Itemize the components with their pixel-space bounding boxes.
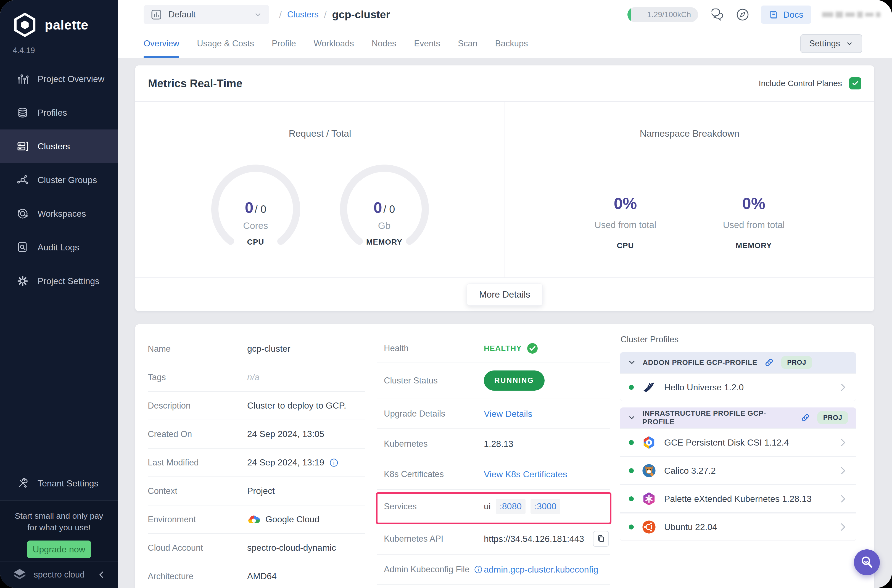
profile-item-gce-disk[interactable]: GCE Persistent Disk CSI 1.12.4: [620, 428, 856, 456]
cluster-info-column: Name gcp-cluster Tags n/a Description Cl…: [148, 335, 365, 588]
user-menu[interactable]: [822, 12, 880, 18]
profile-item-ubuntu[interactable]: Ubuntu 22.04: [620, 512, 856, 540]
brand-name: palette: [45, 17, 89, 33]
hello-universe-icon: [641, 380, 656, 395]
cpu-gauge: 0 / 0 Cores CPU: [210, 163, 302, 255]
info-row-cloud-account: Cloud Account spectro-cloud-dynamic: [148, 534, 365, 562]
top-bar: Default / Clusters / gcp-cluster 1.29/10…: [118, 0, 892, 29]
usage-meter-fill: [628, 7, 631, 22]
help-compass-icon[interactable]: [735, 7, 750, 22]
status-row-upgrade: Upgrade Details View Details: [377, 399, 610, 429]
status-row-services: Services ui :8080 :3000: [377, 490, 610, 524]
addon-profile-header[interactable]: ADDON PROFILE GCP-PROFILE PROJ: [620, 352, 856, 373]
tab-profile[interactable]: Profile: [272, 29, 296, 58]
tab-events[interactable]: Events: [414, 29, 440, 58]
service-name: ui: [484, 501, 491, 512]
profile-item-pxk[interactable]: Palette eXtended Kubernetes 1.28.13: [620, 484, 856, 512]
cluster-profiles-column: Cluster Profiles ADDON PROFILE GCP-PROFI…: [620, 331, 856, 547]
info-row-context: Context Project: [148, 477, 365, 506]
layers-icon: [16, 106, 29, 119]
search-fab-button[interactable]: [854, 549, 880, 575]
upgrade-now-button[interactable]: Upgrade now: [27, 540, 91, 558]
service-port-3000-link[interactable]: :3000: [530, 499, 560, 514]
health-status-badge: HEALTHY: [484, 343, 538, 354]
sidebar-item-cluster-groups[interactable]: Cluster Groups: [0, 163, 118, 197]
info-row-modified: Last Modified 24 Sep 2024, 13:19: [148, 448, 365, 477]
sidebar-item-clusters[interactable]: Clusters: [0, 129, 118, 163]
cluster-details-card: Name gcp-cluster Tags n/a Description Cl…: [135, 324, 874, 588]
tab-nodes[interactable]: Nodes: [372, 29, 396, 58]
metrics-header: Metrics Real-Time Include Control Planes: [135, 65, 874, 102]
sidebar-item-project-settings[interactable]: Project Settings: [0, 264, 118, 298]
project-overview-icon: [16, 73, 29, 85]
request-total-panel: Request / Total 0 / 0 Cores: [135, 102, 505, 278]
chat-icon[interactable]: [709, 7, 724, 22]
project-selector-value: Default: [168, 10, 195, 20]
view-details-link[interactable]: View Details: [484, 409, 532, 419]
upgrade-promo: Start small and only pay for what you us…: [0, 500, 118, 561]
profile-item-hello-universe[interactable]: Hello Universe 1.2.0: [620, 373, 856, 401]
sidebar-item-audit-logs[interactable]: Audit Logs: [0, 231, 118, 264]
status-dot: [629, 468, 634, 473]
profile-item-calico[interactable]: Calico 3.27.2: [620, 456, 856, 484]
tab-usage-costs[interactable]: Usage & Costs: [197, 29, 254, 58]
addon-profile-group: ADDON PROFILE GCP-PROFILE PROJ Hello Uni…: [620, 352, 856, 401]
chevron-down-icon: [628, 358, 636, 367]
sidebar: palette 4.4.19 Project Overview Profiles: [0, 0, 118, 588]
memory-gauge-label: MEMORY: [339, 238, 430, 246]
info-icon[interactable]: [329, 458, 339, 467]
settings-button[interactable]: Settings: [800, 34, 862, 53]
breadcrumb-clusters-link[interactable]: Clusters: [287, 10, 319, 20]
collapse-sidebar-icon[interactable]: [98, 571, 106, 579]
tools-icon: [16, 477, 29, 489]
info-row-name: Name gcp-cluster: [148, 335, 365, 363]
sidebar-item-tenant-settings[interactable]: Tenant Settings: [0, 466, 118, 500]
check-icon: [851, 80, 859, 87]
tab-backups[interactable]: Backups: [495, 29, 528, 58]
infrastructure-profile-header[interactable]: INFRASTRUCTURE PROFILE GCP-PROFILE PROJ: [620, 408, 856, 428]
app-window: palette 4.4.19 Project Overview Profiles: [0, 0, 892, 588]
status-row-kubernetes: Kubernetes 1.28.13: [377, 429, 610, 459]
sidebar-item-workspaces[interactable]: Workspaces: [0, 197, 118, 231]
gear-icon: [16, 275, 29, 287]
info-row-created: Created On 24 Sep 2024, 13:05: [148, 420, 365, 448]
cluster-profiles-title: Cluster Profiles: [620, 334, 856, 345]
sidebar-footer: spectro cloud: [0, 561, 118, 588]
info-row-environment: Environment Google Cloud: [148, 506, 365, 534]
sidebar-item-project-overview[interactable]: Project Overview: [0, 62, 118, 96]
workspaces-icon: [16, 208, 29, 220]
tab-workloads[interactable]: Workloads: [314, 29, 354, 58]
cluster-tabs: Overview Usage & Costs Profile Workloads…: [118, 29, 892, 58]
clusters-icon: [16, 140, 29, 152]
kubeconfig-download-link[interactable]: admin.gcp-cluster.kubeconfig: [484, 564, 598, 575]
page-title: gcp-cluster: [332, 9, 390, 21]
copy-api-url-button[interactable]: [593, 531, 609, 547]
audit-logs-icon: [16, 241, 29, 254]
namespace-title: Namespace Breakdown: [505, 128, 874, 139]
main-area: Default / Clusters / gcp-cluster 1.29/10…: [118, 0, 892, 588]
sidebar-item-profiles[interactable]: Profiles: [0, 96, 118, 129]
status-row-cluster-status: Cluster Status RUNNING: [377, 363, 610, 399]
ubuntu-icon: [641, 519, 656, 534]
kubernetes-api-url: https://34.54.126.181:443: [484, 534, 584, 544]
tab-overview[interactable]: Overview: [144, 29, 179, 58]
chevron-down-icon: [845, 40, 853, 48]
status-dot: [629, 385, 634, 390]
more-details-button[interactable]: More Details: [467, 284, 543, 306]
include-control-planes: Include Control Planes: [758, 77, 861, 90]
chevron-down-icon: [254, 10, 262, 19]
running-status-badge: RUNNING: [484, 370, 545, 391]
namespace-breakdown-panel: Namespace Breakdown 0% Used from total C…: [505, 102, 874, 278]
docs-button[interactable]: Docs: [761, 6, 811, 24]
status-row-kubeconfig: Admin Kubeconfig File admin.gcp-cluster.…: [377, 555, 610, 585]
include-control-planes-checkbox[interactable]: [849, 77, 861, 90]
service-port-8080-link[interactable]: :8080: [496, 499, 526, 514]
view-k8s-certificates-link[interactable]: View K8s Certificates: [484, 469, 567, 480]
top-right-actions: 1.29/100kCh Docs: [628, 6, 880, 24]
chevron-right-icon: [839, 522, 847, 532]
info-icon[interactable]: [474, 565, 483, 574]
google-cloud-icon: [247, 514, 260, 525]
project-selector[interactable]: Default: [144, 5, 269, 24]
namespace-cpu-stat: 0% Used from total CPU: [584, 194, 667, 250]
tab-scan[interactable]: Scan: [458, 29, 478, 58]
